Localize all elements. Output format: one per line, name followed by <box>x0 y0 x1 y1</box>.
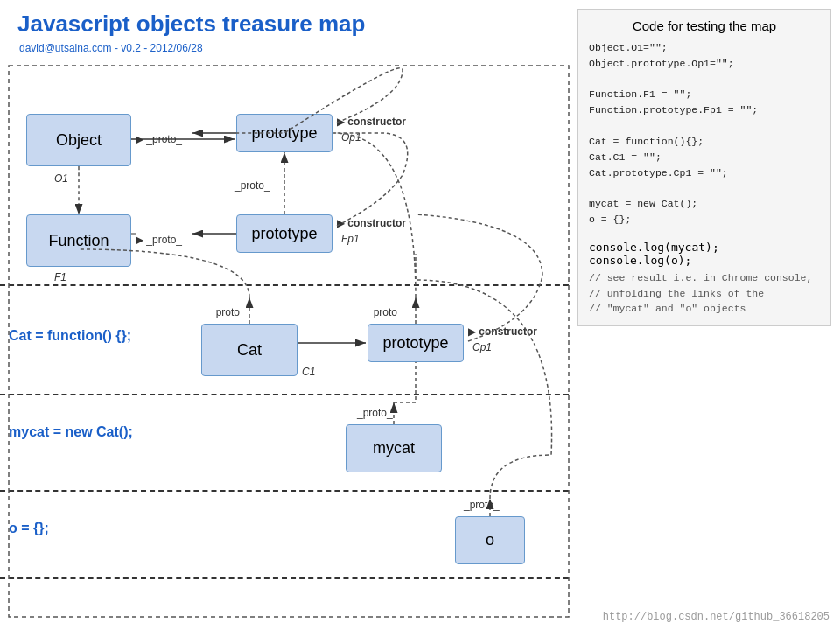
cat-constructor-label: ▶ constructor <box>468 326 537 338</box>
function-node: Function <box>26 214 131 267</box>
object-node: Object <box>26 114 131 166</box>
object-o1-label: O1 <box>54 172 68 185</box>
cat-prototype-label: prototype <box>382 334 448 353</box>
object-prototype-node: prototype <box>236 114 332 152</box>
o-node-label: o <box>486 531 494 550</box>
mycat-proto-up-label: _proto_ <box>357 407 393 419</box>
cat-cp1-label: Cp1 <box>472 341 492 354</box>
function-label: Function <box>48 232 108 250</box>
o-label-text: o = {}; <box>9 521 49 536</box>
fn-prototype-label: prototype <box>251 225 317 243</box>
page-title: Javascript objects treasure map <box>18 10 365 38</box>
fn-constructor-label: ▶ constructor <box>337 217 406 229</box>
code-panel: Code for testing the map Object.O1=""; O… <box>578 9 831 326</box>
code-content: Object.O1=""; Object.prototype.Op1=""; F… <box>589 40 820 228</box>
cat-fn-label: Cat = function() {}; <box>9 328 131 344</box>
obj-constructor-label: ▶ constructor <box>337 116 406 128</box>
code-panel-title: Code for testing the map <box>589 18 820 33</box>
code-extra: console.log(mycat); console.log(o); <box>589 228 820 267</box>
separator-3 <box>0 490 569 492</box>
mycat-node: mycat <box>346 424 442 472</box>
fn-proto-arrow-label: ▶ _proto_ <box>136 234 182 246</box>
mycat-label-text: mycat = new Cat(); <box>9 424 133 440</box>
cat-prototype-node: prototype <box>368 324 464 362</box>
catproto-proto-up-label: _proto_ <box>368 306 403 318</box>
function-prototype-node: prototype <box>236 214 332 253</box>
code-comment: // see result i.e. in Chrome console, //… <box>589 270 820 317</box>
fn-proto-up-label: _proto_ <box>234 179 270 192</box>
cat-c1-label: C1 <box>302 366 315 378</box>
obj-prototype-label: prototype <box>251 124 317 143</box>
separator-1 <box>0 284 569 286</box>
obj-op1-label: Op1 <box>341 131 361 144</box>
cat-label: Cat <box>237 341 262 360</box>
cat-proto-up-label: _proto_ <box>210 306 246 318</box>
mycat-node-label: mycat <box>373 439 415 458</box>
separator-2 <box>0 394 569 396</box>
subtitle: david@utsaina.com - v0.2 - 2012/06/28 <box>19 42 203 54</box>
cat-node: Cat <box>201 324 298 376</box>
diagram: Object ▶ _proto_ O1 prototype ▶ construc… <box>0 61 578 630</box>
o-proto-up-label: _proto_ <box>464 499 500 511</box>
separator-4 <box>0 578 569 579</box>
watermark: http://blog.csdn.net/github_36618205 <box>603 611 830 623</box>
fn-fp1-label: Fp1 <box>341 233 360 245</box>
object-proto-arrow-label: ▶ _proto_ <box>136 133 182 145</box>
object-label: Object <box>56 131 102 150</box>
o-node: o <box>455 516 525 564</box>
fn-f1-label: F1 <box>54 271 66 284</box>
